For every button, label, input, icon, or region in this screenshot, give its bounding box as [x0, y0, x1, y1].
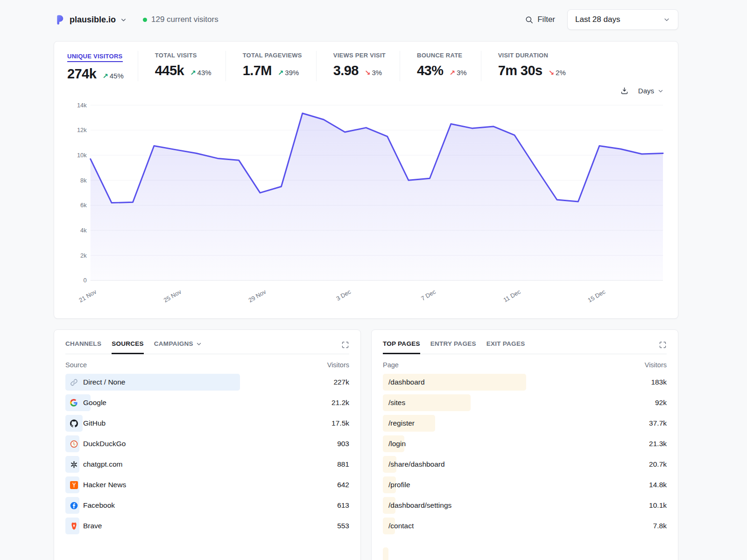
row-visitors: 17.5k — [310, 419, 349, 427]
tab-entry-pages[interactable]: ENTRY PAGES — [430, 340, 476, 354]
chevron-down-icon — [120, 16, 127, 23]
metric-change: ↗39% — [278, 69, 299, 77]
expand-button[interactable] — [659, 340, 667, 349]
site-picker[interactable]: plausible.io — [54, 14, 127, 26]
svg-text:8k: 8k — [80, 177, 87, 184]
page-row[interactable]: /login21.3k — [383, 434, 667, 454]
page-row[interactable]: /register37.7k — [383, 413, 667, 434]
metric-label: BOUNCE RATE — [417, 52, 467, 59]
row-visitors: 227k — [310, 378, 349, 386]
row-visitors: 7.8k — [627, 522, 667, 530]
download-button[interactable] — [620, 86, 629, 95]
row-label: Hacker News — [83, 481, 126, 489]
row-visitors: 183k — [627, 378, 667, 386]
page-row[interactable]: /dashboard183k — [383, 372, 667, 392]
row-visitors: 14.8k — [627, 481, 667, 489]
tab-campaigns[interactable]: CAMPAIGNS — [154, 340, 202, 354]
tab-label: TOP PAGES — [383, 340, 420, 347]
tab-sources[interactable]: SOURCES — [112, 340, 144, 354]
metric-total-pageviews[interactable]: TOTAL PAGEVIEWS1.7M↗39% — [226, 51, 316, 81]
row-visitors: 10.1k — [627, 501, 667, 510]
metric-value: 1.7M — [243, 63, 272, 78]
metric-label: TOTAL VISITS — [155, 52, 211, 59]
row-label: /sites — [388, 399, 405, 407]
page-row[interactable]: /contact7.8k — [383, 516, 667, 536]
partial-row — [383, 546, 667, 560]
metric-views-per-visit[interactable]: VIEWS PER VISIT3.98↘3% — [316, 51, 400, 81]
metric-change: ↗45% — [102, 72, 124, 80]
duckduckgo-icon — [70, 440, 78, 448]
row-label: Brave — [83, 522, 102, 530]
metric-unique-visitors[interactable]: UNIQUE VISITORS274k↗45% — [67, 51, 138, 84]
plausible-dashboard: plausible.io 129 current visitors Filter… — [54, 0, 678, 560]
page-row[interactable]: /dashboard/settings10.1k — [383, 495, 667, 516]
svg-text:2k: 2k — [80, 252, 87, 259]
search-icon — [525, 15, 534, 24]
chevron-down-icon — [663, 16, 670, 23]
svg-text:14k: 14k — [77, 102, 87, 109]
tab-exit-pages[interactable]: EXIT PAGES — [486, 340, 525, 354]
panel-tabs: CHANNELSSOURCESCAMPAIGNS — [65, 340, 349, 354]
row-visitors: 37.7k — [627, 419, 667, 427]
tab-label: SOURCES — [112, 340, 144, 347]
row-label: /dashboard — [388, 378, 425, 386]
tab-label: CAMPAIGNS — [154, 340, 193, 347]
page-row[interactable]: /share/dashboard20.7k — [383, 454, 667, 475]
arrow-up-icon: ↗ — [102, 72, 108, 80]
source-row[interactable]: DuckDuckGo903 — [65, 434, 349, 454]
openai-icon — [70, 461, 78, 469]
current-visitors-label: 129 current visitors — [151, 15, 218, 24]
row-visitors: 20.7k — [627, 460, 667, 469]
expand-button[interactable] — [341, 340, 349, 349]
hackernews-icon — [70, 481, 78, 489]
metric-change: ↗43% — [190, 69, 211, 77]
source-row[interactable]: Facebook613 — [65, 495, 349, 516]
metric-label: VISIT DURATION — [498, 52, 566, 59]
row-list: Direct / None227kGoogle21.2kGitHub17.5kD… — [65, 372, 349, 536]
row-label: DuckDuckGo — [83, 440, 126, 448]
metric-value: 445k — [155, 63, 184, 78]
source-row[interactable]: Google21.2k — [65, 392, 349, 413]
source-row[interactable]: GitHub17.5k — [65, 413, 349, 434]
column-name: Source — [65, 361, 87, 369]
svg-text:6k: 6k — [80, 202, 87, 209]
tab-channels[interactable]: CHANNELS — [65, 340, 101, 354]
metric-change: ↘3% — [365, 69, 382, 77]
breakdown-grid: CHANNELSSOURCESCAMPAIGNSSourceVisitorsDi… — [54, 329, 678, 560]
metric-change: ↗3% — [449, 69, 466, 77]
interval-select[interactable]: Days — [638, 87, 664, 95]
expand-icon — [659, 341, 667, 349]
row-label: /login — [388, 440, 406, 448]
row-visitors: 903 — [310, 440, 349, 448]
filter-button[interactable]: Filter — [525, 15, 555, 24]
current-visitors[interactable]: 129 current visitors — [143, 15, 218, 24]
source-row[interactable]: Direct / None227k — [65, 372, 349, 392]
tab-top-pages[interactable]: TOP PAGES — [383, 340, 420, 354]
page-row[interactable]: /sites92k — [383, 392, 667, 413]
column-headers: PageVisitors — [383, 361, 667, 369]
date-range-select[interactable]: Last 28 days — [567, 9, 678, 30]
metric-total-visits[interactable]: TOTAL VISITS445k↗43% — [138, 51, 226, 81]
row-visitors: 881 — [310, 460, 349, 469]
row-label: chatgpt.com — [83, 460, 122, 469]
plausible-logo-icon — [54, 14, 65, 26]
column-value: Visitors — [645, 361, 667, 369]
arrow-down-icon: ↘ — [365, 69, 371, 77]
source-row[interactable]: chatgpt.com881 — [65, 454, 349, 475]
site-name: plausible.io — [70, 15, 116, 25]
metric-visit-duration[interactable]: VISIT DURATION7m 30s↘2% — [481, 51, 580, 81]
google-icon — [70, 399, 78, 407]
source-row[interactable]: Hacker News642 — [65, 475, 349, 495]
brave-icon — [70, 522, 78, 530]
chart-toolbar: Days — [67, 86, 664, 95]
arrow-up-icon: ↗ — [278, 69, 284, 77]
metric-label: TOTAL PAGEVIEWS — [243, 52, 302, 59]
svg-text:3 Dec: 3 Dec — [335, 288, 352, 302]
metric-value: 7m 30s — [498, 63, 543, 78]
svg-text:25 Nov: 25 Nov — [162, 288, 183, 304]
overview-card: UNIQUE VISITORS274k↗45%TOTAL VISITS445k↗… — [54, 41, 678, 319]
source-row[interactable]: Brave553 — [65, 516, 349, 536]
arrow-down-icon: ↘ — [549, 69, 555, 77]
page-row[interactable]: /profile14.8k — [383, 475, 667, 495]
metric-bounce-rate[interactable]: BOUNCE RATE43%↗3% — [400, 51, 481, 81]
